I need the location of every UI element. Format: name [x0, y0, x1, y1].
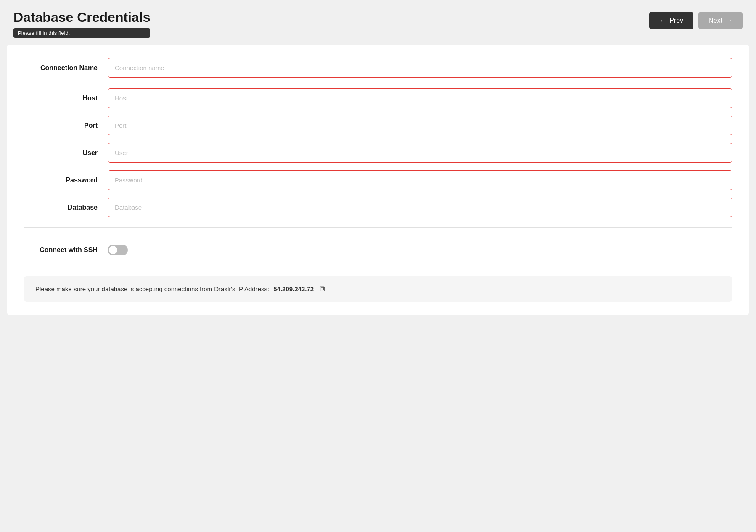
- prev-arrow-icon: ←: [659, 17, 666, 24]
- connection-name-row: Connection Name: [24, 58, 732, 78]
- user-row: User: [24, 143, 732, 163]
- page-wrapper: Database Credentials Please fill in this…: [0, 0, 756, 532]
- port-row: Port: [24, 116, 732, 135]
- connection-name-input[interactable]: [108, 58, 732, 78]
- host-input[interactable]: [108, 88, 732, 108]
- connection-name-section: Connection Name: [24, 58, 732, 88]
- copy-icon[interactable]: ⧉: [320, 284, 325, 293]
- prev-button[interactable]: ← Prev: [649, 12, 693, 29]
- user-label: User: [24, 149, 108, 157]
- database-row: Database: [24, 198, 732, 217]
- header: Database Credentials Please fill in this…: [0, 0, 756, 45]
- user-input[interactable]: [108, 143, 732, 163]
- credentials-section: Host Port User Password Database: [24, 88, 732, 228]
- next-button-label: Next: [708, 17, 722, 24]
- ip-address: 54.209.243.72: [273, 285, 314, 292]
- main-content: Connection Name Host Port User Password: [7, 45, 749, 315]
- port-label: Port: [24, 122, 108, 129]
- ip-notice: Please make sure your database is accept…: [24, 276, 732, 302]
- password-row: Password: [24, 170, 732, 190]
- prev-button-label: Prev: [669, 17, 683, 24]
- database-input[interactable]: [108, 198, 732, 217]
- page-title: Database Credentials: [13, 10, 150, 25]
- host-label: Host: [24, 95, 108, 102]
- password-label: Password: [24, 176, 108, 184]
- ip-notice-text-before: Please make sure your database is accept…: [35, 285, 269, 292]
- database-label: Database: [24, 204, 108, 211]
- port-input[interactable]: [108, 116, 732, 135]
- password-input[interactable]: [108, 170, 732, 190]
- ssh-section: Connect with SSH: [24, 238, 732, 266]
- header-buttons: ← Prev Next →: [649, 10, 743, 29]
- header-left: Database Credentials Please fill in this…: [13, 10, 150, 38]
- next-arrow-icon: →: [726, 17, 732, 24]
- next-button[interactable]: Next →: [698, 12, 743, 29]
- host-row: Host: [24, 88, 732, 108]
- toggle-slider: [108, 245, 128, 255]
- ssh-label: Connect with SSH: [24, 246, 108, 254]
- ssh-toggle[interactable]: [108, 245, 128, 255]
- connection-name-label: Connection Name: [24, 64, 108, 72]
- validation-tooltip: Please fill in this field.: [13, 28, 150, 38]
